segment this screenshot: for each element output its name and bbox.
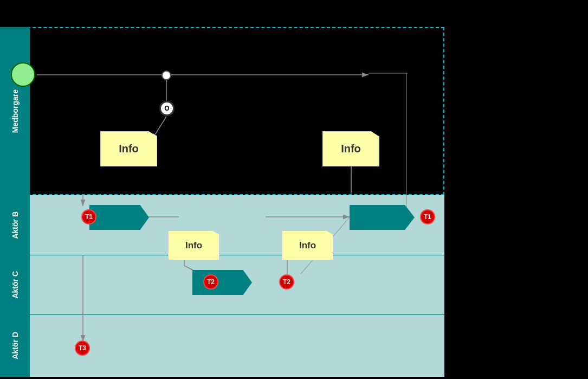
- task-t1b: [350, 205, 415, 230]
- task-t1a: [89, 205, 149, 230]
- start-circle: [11, 62, 35, 87]
- task-badge-t2a: T2: [203, 274, 218, 290]
- lane-aktor-d-label: Aktör D: [0, 314, 30, 377]
- lane-medborgare-bg: [0, 27, 444, 195]
- info-note-3: Info: [168, 230, 219, 260]
- task-badge-t3: T3: [75, 341, 90, 356]
- diagram-container: Medborgare Aktör B Aktör C Aktör D: [0, 0, 588, 379]
- lane-aktor-b-label: Aktör B: [0, 195, 30, 255]
- task-t2a: [192, 270, 252, 295]
- info-note-1: Info: [100, 131, 157, 166]
- lane-medborgare-label: Medborgare: [0, 27, 30, 195]
- info-note-2: Info: [322, 131, 379, 166]
- info-note-4: Info: [282, 230, 333, 260]
- task-badge-t1b: T1: [420, 209, 435, 224]
- task-badge-t1a: T1: [81, 209, 96, 224]
- lane-aktor-c-label: Aktör C: [0, 255, 30, 314]
- fork-circle: [161, 70, 171, 80]
- lane-aktor-d-bg: [0, 314, 444, 377]
- decision-circle: O: [159, 101, 175, 116]
- task-badge-t2b: T2: [279, 274, 294, 290]
